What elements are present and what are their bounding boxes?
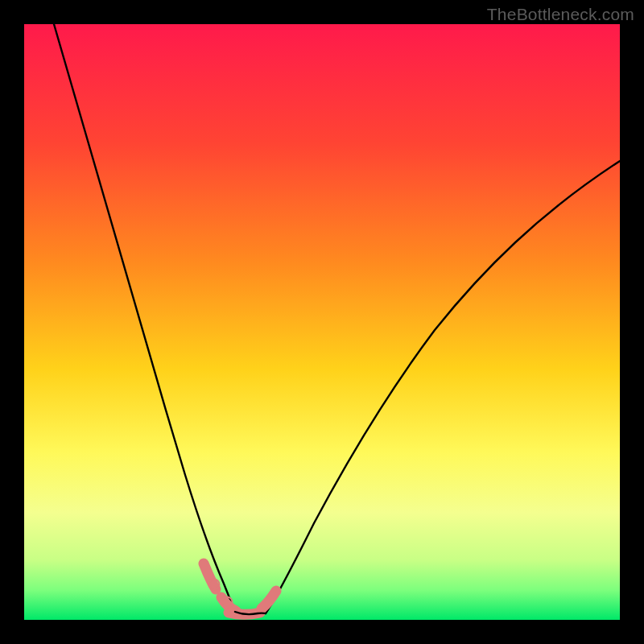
curve-right-branch — [266, 161, 620, 613]
svg-point-1 — [213, 584, 215, 585]
chart-frame: TheBottleneck.com — [0, 0, 644, 644]
watermark-text: TheBottleneck.com — [487, 5, 634, 24]
svg-point-2 — [226, 601, 228, 603]
bottleneck-curve — [24, 24, 620, 620]
plot-area — [24, 24, 620, 620]
valley-floor-marker — [204, 564, 276, 614]
curve-left-branch — [54, 24, 235, 612]
